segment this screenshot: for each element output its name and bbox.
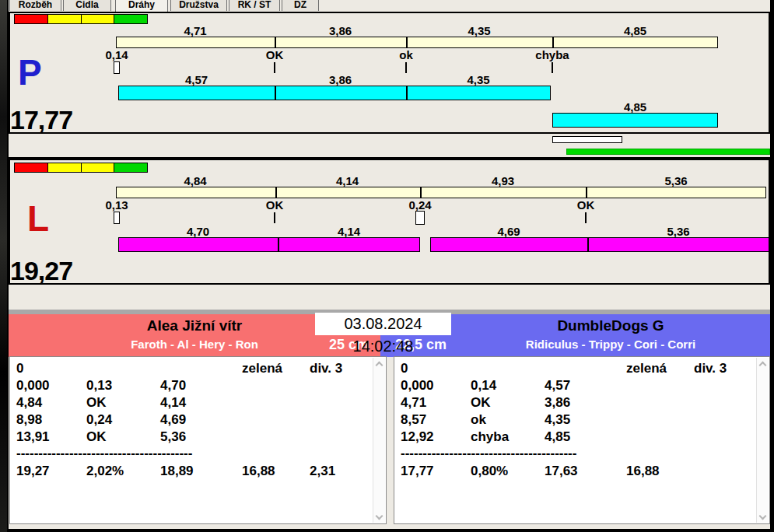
- sensor-marker-label: OK: [247, 49, 302, 61]
- run-segment: [587, 238, 769, 251]
- plan-segment: [406, 37, 552, 47]
- table-row: 4,84 OK 4,14: [10, 394, 373, 411]
- scrollbar[interactable]: [756, 358, 769, 523]
- results-table-content: 0 zelená div. 3 0,000 0,14 4,57 4,71 OK …: [394, 360, 756, 481]
- scrollbar-down-arrow-icon[interactable]: [376, 513, 382, 520]
- plan-segment: [552, 37, 717, 47]
- tab-rk-st[interactable]: RK / ST: [229, 0, 280, 11]
- table-row: 4,71 OK 3,86: [394, 394, 756, 411]
- run-segment: [406, 86, 550, 100]
- tab-druzstva[interactable]: Družstva: [170, 0, 227, 11]
- run-time-label: 4,57: [118, 74, 275, 86]
- timing-app-window: Rozběh Čidla Dráhy Družstva RK / ST DZ 4…: [7, 0, 774, 532]
- run-time-label: 4,85: [552, 101, 718, 114]
- datetime-display: 03.08.2024 14:02:48: [315, 313, 451, 335]
- split-time-label: 4,85: [552, 25, 718, 37]
- sensor-tick: [552, 62, 553, 73]
- run-time-label: 4,14: [278, 226, 420, 238]
- cell: div. 3: [310, 360, 373, 377]
- sensor-marker-label: chyba: [525, 49, 580, 61]
- run-segment: [431, 238, 587, 251]
- traffic-yellow-cell: [82, 15, 115, 23]
- plan-segment: [117, 37, 275, 47]
- table-row: 0,000 0,13 4,70: [10, 377, 373, 394]
- plan-bar-p: [116, 37, 718, 48]
- plan-segment: [420, 187, 585, 198]
- run-time-label: 4,70: [118, 226, 278, 238]
- sensor-tick: [274, 212, 275, 223]
- lane-total-p: 17,77: [10, 107, 72, 133]
- run-segment: [119, 238, 278, 251]
- traffic-yellow-cell: [48, 163, 82, 172]
- plan-segment: [586, 187, 765, 198]
- run-time-label: 4,69: [430, 226, 587, 238]
- app-canvas: Rozběh Čidla Dráhy Družstva RK / ST DZ 4…: [0, 0, 774, 532]
- tab-dz[interactable]: DZ: [282, 0, 319, 11]
- traffic-green-cell: [114, 163, 147, 172]
- lane-total-l: 19,27: [10, 257, 72, 284]
- run-segment: [119, 86, 275, 100]
- summary-row: 17,77 0,80% 17,63 16,88: [394, 461, 756, 481]
- sensor-marker-label: OK: [247, 199, 302, 212]
- cell: div. 3: [694, 360, 756, 377]
- run-time-label: 3,86: [275, 74, 406, 86]
- dashed-separator: ----------------------------------------: [10, 446, 373, 461]
- sensor-tick: [405, 62, 407, 73]
- plan-segment: [275, 187, 421, 198]
- cell: zelená: [242, 360, 310, 377]
- split-time-label: 5,36: [586, 175, 766, 187]
- traffic-red-cell: [15, 163, 48, 172]
- traffic-yellow-cell: [48, 15, 82, 23]
- run-segment: [553, 114, 717, 127]
- cell: 0: [16, 360, 86, 377]
- dashed-separator: ----------------------------------------: [394, 446, 756, 461]
- sensor-marker-label: 0,14: [89, 49, 144, 61]
- table-row: 8,98 0,24 4,69: [10, 411, 373, 429]
- split-time-label: 4,71: [116, 25, 275, 37]
- plan-segment: [117, 187, 275, 198]
- run-time-label: 5,36: [587, 226, 769, 238]
- scrollbar[interactable]: [373, 358, 385, 523]
- scrollbar-up-arrow-icon[interactable]: [376, 361, 382, 367]
- scrollbar-down-arrow-icon[interactable]: [759, 513, 765, 520]
- tab-rozbeh[interactable]: Rozběh: [9, 0, 61, 11]
- traffic-red-cell: [15, 15, 48, 23]
- table-row: 13,91 OK 5,36: [10, 429, 373, 446]
- split-time-label: 4,35: [406, 25, 552, 37]
- results-table-left[interactable]: 0 zelená div. 3 0,000 0,13 4,70 4,84 OK …: [9, 356, 387, 524]
- cell: 0: [401, 360, 471, 377]
- run-bar-p-2: [552, 113, 718, 128]
- sensor-marker-label: 0,24: [393, 199, 447, 212]
- plan-segment: [275, 37, 406, 47]
- table-row: 0,000 0,14 4,57: [394, 377, 756, 394]
- traffic-light-l: [14, 163, 148, 173]
- run-segment: [278, 238, 419, 251]
- split-time-label: 3,86: [275, 25, 406, 37]
- lane-letter-p: P: [18, 54, 42, 90]
- start-offset-box: [415, 211, 425, 225]
- sensor-marker-label: 0,13: [89, 199, 144, 212]
- summary-row: 19,27 2,02% 18,89 16,88 2,31: [10, 461, 373, 481]
- start-offset-box: [114, 61, 120, 74]
- split-time-label: 4,93: [420, 175, 586, 187]
- plan-bar-l: [116, 187, 766, 198]
- tab-cidla[interactable]: Čidla: [63, 0, 111, 11]
- traffic-yellow-cell: [82, 163, 115, 172]
- run-bar-l-1: [118, 237, 420, 252]
- results-table-content: 0 zelená div. 3 0,000 0,13 4,70 4,84 OK …: [10, 360, 373, 481]
- team-members: Ridiculus - Trippy - Cori - Corri: [451, 338, 770, 352]
- run-time-label: 4,35: [406, 74, 551, 86]
- table-row: 12,92 chyba 4,85: [394, 429, 756, 446]
- progress-bar-green: [566, 149, 770, 155]
- lane-letter-l: L: [27, 201, 49, 236]
- sensor-marker-label: ok: [379, 49, 433, 61]
- team-name: DumbleDogs G: [451, 317, 770, 334]
- results-table-right[interactable]: 0 zelená div. 3 0,000 0,14 4,57 4,71 OK …: [394, 356, 770, 524]
- cell: zelená: [626, 360, 694, 377]
- table-row: 8,57 ok 4,35: [394, 411, 756, 429]
- scrollbar-up-arrow-icon[interactable]: [759, 361, 765, 367]
- sensor-tick: [274, 62, 275, 73]
- desktop-background-strip: [0, 0, 7, 532]
- tab-drahy[interactable]: Dráhy: [115, 0, 168, 12]
- run-bar-p-1: [118, 86, 551, 100]
